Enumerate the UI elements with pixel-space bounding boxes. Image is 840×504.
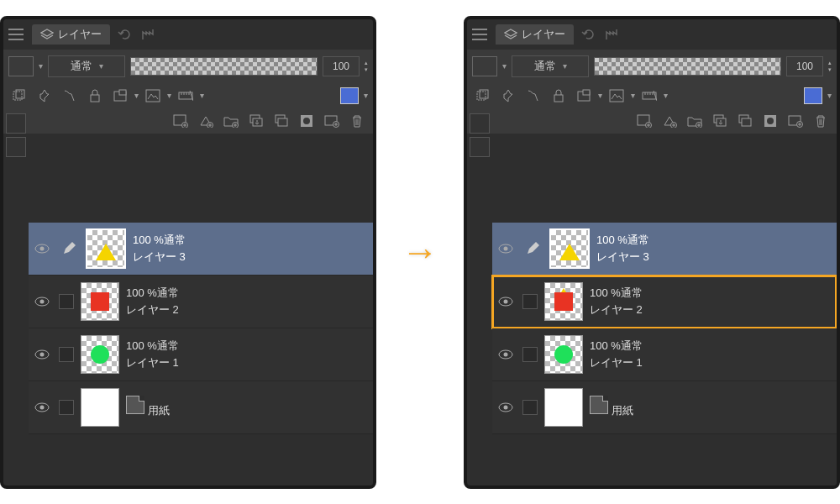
visibility-icon[interactable] <box>496 344 516 365</box>
undo-icon[interactable] <box>115 24 135 45</box>
mask-icon[interactable] <box>142 86 164 106</box>
side-rail <box>3 112 29 486</box>
visibility-icon[interactable] <box>32 344 52 365</box>
lock-icon[interactable] <box>84 86 106 106</box>
chevron-down-icon[interactable]: ▾ <box>167 91 171 100</box>
visibility-icon[interactable] <box>496 239 516 259</box>
layer-color-button[interactable] <box>340 87 359 104</box>
opacity-slider[interactable] <box>130 57 318 76</box>
merge-down-icon[interactable] <box>270 111 292 131</box>
layer-row[interactable]: 100 %通常レイヤー 3 <box>492 223 837 276</box>
new-raster-layer-icon[interactable] <box>633 111 655 131</box>
link-checkbox[interactable] <box>59 294 74 309</box>
opacity-value[interactable]: 100 <box>323 56 360 76</box>
timeline-icon[interactable] <box>140 24 160 45</box>
layer-color-button[interactable] <box>804 87 822 104</box>
layer-row[interactable]: 用紙 <box>29 381 373 434</box>
ruler-clear-icon[interactable] <box>638 86 660 106</box>
rail-button-1[interactable] <box>6 113 26 134</box>
lock-icon[interactable] <box>548 86 570 106</box>
chevron-down-icon[interactable]: ▾ <box>134 91 139 100</box>
rail-button-2[interactable] <box>6 137 26 157</box>
trash-icon[interactable] <box>346 111 368 131</box>
layer-row[interactable]: 100 %通常レイヤー 2 <box>492 276 837 328</box>
create-mask-icon[interactable] <box>759 111 781 131</box>
menu-icon[interactable] <box>472 29 487 40</box>
layer-row[interactable]: 100 %通常レイヤー 1 <box>29 328 373 381</box>
layer-thumbnail <box>81 388 119 427</box>
visibility-icon[interactable] <box>496 397 516 417</box>
mask-icon[interactable] <box>606 86 627 106</box>
visibility-icon[interactable] <box>32 291 52 312</box>
link-checkbox[interactable] <box>522 294 538 309</box>
new-vector-layer-icon[interactable] <box>659 111 680 131</box>
chevron-down-icon[interactable]: ▾ <box>827 91 832 100</box>
layer-row[interactable]: 100 %通常レイヤー 2 <box>29 276 373 328</box>
opacity-spinners[interactable]: ▴▾ <box>365 60 368 73</box>
pin-icon[interactable] <box>34 86 55 106</box>
new-raster-layer-icon[interactable] <box>170 111 192 131</box>
ruler-clear-icon[interactable] <box>175 86 197 106</box>
blend-mode-select[interactable]: 通常▾ <box>512 55 589 77</box>
duplicate-layer-icon[interactable] <box>8 86 30 106</box>
opacity-spinners[interactable]: ▴▾ <box>828 60 832 73</box>
chevron-down-icon[interactable]: ▾ <box>364 91 368 100</box>
visibility-icon[interactable] <box>496 291 516 312</box>
link-checkbox[interactable] <box>522 400 538 415</box>
svg-rect-4 <box>119 90 126 95</box>
timeline-icon[interactable] <box>604 24 624 45</box>
undo-icon[interactable] <box>579 24 599 45</box>
rail-button-2[interactable] <box>470 137 490 157</box>
menu-icon[interactable] <box>8 29 24 40</box>
layer-text: 100 %通常レイヤー 3 <box>596 233 649 265</box>
edit-icon[interactable] <box>59 239 79 259</box>
layer-opacity: 100 %通常 <box>596 233 649 248</box>
chevron-down-icon[interactable]: ▾ <box>664 91 668 100</box>
chevron-down-icon[interactable]: ▾ <box>200 91 204 100</box>
layer-row[interactable]: 100 %通常レイヤー 1 <box>492 328 837 381</box>
new-folder-icon[interactable] <box>684 111 706 131</box>
chevron-down-icon[interactable]: ▾ <box>631 91 635 100</box>
layer-text: 100 %通常レイヤー 1 <box>590 339 643 370</box>
visibility-icon[interactable] <box>32 397 52 417</box>
layer-action-row-1: ▾ ▾ ▾ ▾ <box>3 83 373 108</box>
apply-mask-icon[interactable] <box>321 111 343 131</box>
color-swatch[interactable] <box>472 56 497 76</box>
color-swatch[interactable] <box>8 56 34 76</box>
edit-icon[interactable] <box>522 239 543 259</box>
link-checkbox[interactable] <box>59 347 74 362</box>
pin-icon[interactable] <box>497 86 519 106</box>
transfer-down-icon[interactable] <box>709 111 731 131</box>
opacity-value[interactable]: 100 <box>786 56 823 76</box>
new-folder-icon[interactable] <box>220 111 242 131</box>
layer-thumbnail <box>81 335 119 374</box>
wand-icon[interactable] <box>522 86 544 106</box>
chevron-down-icon[interactable]: ▾ <box>39 61 43 71</box>
apply-mask-icon[interactable] <box>785 111 806 131</box>
reference-icon[interactable] <box>109 86 131 106</box>
new-vector-layer-icon[interactable] <box>195 111 217 131</box>
opacity-slider[interactable] <box>594 57 781 76</box>
tab-layers[interactable]: レイヤー <box>32 24 110 45</box>
transfer-down-icon[interactable] <box>245 111 267 131</box>
svg-point-26 <box>40 405 45 409</box>
blend-bar: ▾ 通常▾ 100 ▴▾ <box>467 50 837 83</box>
layer-opacity: 100 %通常 <box>126 339 179 354</box>
duplicate-layer-icon[interactable] <box>472 86 494 106</box>
chevron-down-icon[interactable]: ▾ <box>502 61 507 71</box>
chevron-down-icon[interactable]: ▾ <box>598 91 602 100</box>
layer-row[interactable]: 100 %通常レイヤー 3 <box>29 223 373 276</box>
wand-icon[interactable] <box>59 86 81 106</box>
visibility-icon[interactable] <box>32 239 52 259</box>
create-mask-icon[interactable] <box>296 111 318 131</box>
link-checkbox[interactable] <box>59 400 74 415</box>
reference-icon[interactable] <box>573 86 595 106</box>
svg-rect-41 <box>742 118 751 126</box>
merge-down-icon[interactable] <box>734 111 756 131</box>
blend-mode-select[interactable]: 通常▾ <box>48 55 125 77</box>
link-checkbox[interactable] <box>522 347 538 362</box>
trash-icon[interactable] <box>810 111 832 131</box>
layer-row[interactable]: 用紙 <box>492 381 837 434</box>
tab-layers[interactable]: レイヤー <box>496 24 574 45</box>
rail-button-1[interactable] <box>470 113 490 134</box>
